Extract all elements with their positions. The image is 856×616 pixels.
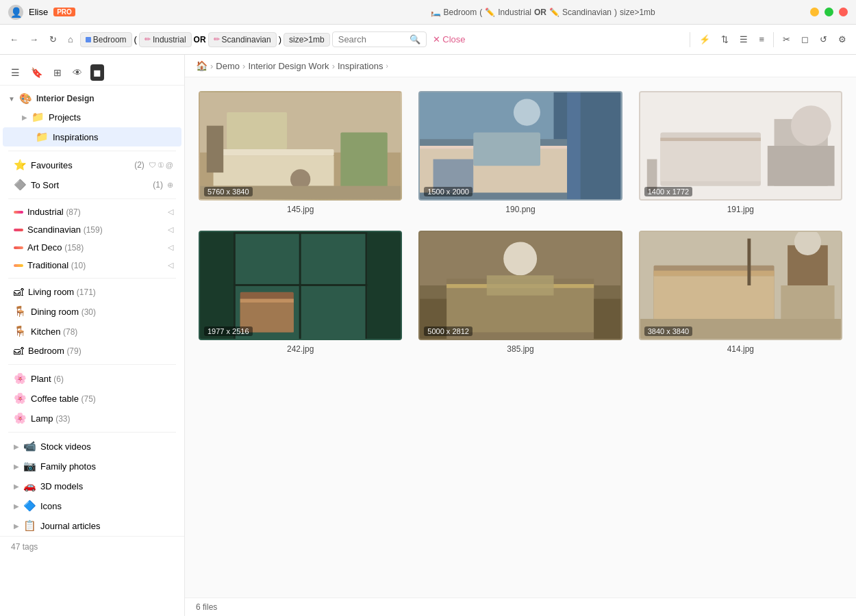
svg-rect-21	[660, 138, 761, 141]
sidebar-bookmark-button[interactable]: 🔖	[28, 64, 45, 81]
breadcrumb-home-icon[interactable]: 🏠	[196, 60, 207, 71]
sidebar-toggle-button[interactable]: ☰	[8, 64, 23, 81]
industrial-filter-pill[interactable]: ✏ Industrial	[139, 32, 192, 47]
breadcrumb-sep-3: ›	[332, 61, 335, 71]
sidebar-item-diningroom[interactable]: 🪑 Dining room (30)	[3, 302, 181, 321]
list-view-button[interactable]: ☰	[735, 31, 752, 47]
sidebar-item-scandinavian[interactable]: Scandinavian (159) ◁	[3, 221, 181, 238]
image-card-1[interactable]: 1500 x 2000 190.png	[418, 91, 622, 214]
sidebar: ☰ 🔖 ⊞ 👁 ◼ ▼ 🎨 Interior Design ▶ 📁 Projec…	[0, 55, 185, 616]
menu-button[interactable]: ≡	[755, 31, 768, 47]
sidebar-item-familyphotos[interactable]: ▶ 📷 Family photos	[3, 457, 181, 476]
image-thumb-5: 3840 x 3840	[639, 231, 842, 340]
maximize-button[interactable]	[824, 8, 833, 16]
bedroom-filter-pill[interactable]: Bedroom	[80, 32, 132, 47]
sidebar-item-projects[interactable]: ▶ 📁 Projects	[3, 107, 181, 127]
breadcrumb-demo[interactable]: Demo	[216, 61, 240, 71]
svg-rect-33	[234, 284, 368, 286]
home-button[interactable]: ⌂	[64, 31, 77, 47]
expand-button[interactable]: ◻	[797, 31, 813, 47]
sidebar-view-button[interactable]: 👁	[70, 64, 85, 81]
svg-rect-3	[214, 156, 334, 186]
sidebar-root-collapse[interactable]: ▼ 🎨 Interior Design	[0, 88, 184, 107]
image-dimensions-4: 5000 x 2812	[424, 326, 473, 336]
stockvideos-label: Stock videos	[40, 441, 173, 452]
kitchen-label: Kitchen (78)	[31, 326, 173, 337]
stockvideos-icon: 📹	[23, 440, 36, 452]
sidebar-item-artdeco[interactable]: Art Deco (158) ◁	[3, 239, 181, 256]
sidebar-item-journalarticles[interactable]: ▶ 📋 Journal articles	[3, 516, 181, 535]
back-button[interactable]: ←	[5, 31, 23, 47]
minimize-button[interactable]	[810, 8, 819, 16]
scandinavian-filter-pill[interactable]: ✏ Scandinavian	[208, 32, 277, 47]
sidebar-item-inspirations[interactable]: 📁 Inspirations	[3, 127, 181, 146]
window-controls[interactable]	[810, 8, 848, 16]
journalarticles-chevron-icon: ▶	[14, 522, 19, 530]
lamp-icon: 🌸	[14, 412, 27, 424]
sidebar-item-kitchen[interactable]: 🪑 Kitchen (78)	[3, 322, 181, 341]
tosort-icon: 🔶	[14, 179, 27, 191]
sort-button[interactable]: ⇅	[717, 31, 733, 47]
breadcrumb-interiordesign[interactable]: Interior Design Work	[248, 61, 329, 71]
coffeetable-label: Coffee table (75)	[31, 394, 173, 404]
sidebar-item-bedroom[interactable]: 🛋 Bedroom (79)	[3, 342, 181, 360]
sidebar-divider-1	[8, 151, 176, 151]
image-card-4[interactable]: 5000 x 2812 385.jpg	[418, 231, 622, 354]
filter-bar: Bedroom ( ✏ Industrial OR ✏ Scandinavian…	[80, 31, 685, 47]
sidebar-divider-3	[8, 278, 176, 279]
projects-chevron-icon: ▶	[22, 114, 27, 121]
image-card-2[interactable]: 1400 x 1772 191.jpg	[639, 91, 842, 214]
interior-design-label: Interior Design	[36, 94, 95, 103]
search-box[interactable]: 🔍	[332, 31, 427, 47]
sidebar-item-tosort[interactable]: 🔶 To Sort (1) ⊕	[3, 175, 181, 194]
scandinavian-pencil-icon: ✏	[214, 35, 220, 44]
image-dimensions-3: 1977 x 2516	[204, 326, 253, 336]
industrial-pencil-icon: ✏	[144, 35, 151, 44]
scissors-button[interactable]: ✂	[779, 31, 794, 47]
image-card-5[interactable]: 3840 x 3840 414.jpg	[639, 231, 842, 354]
main-content: 🏠 › Demo › Interior Design Work › Inspir…	[185, 55, 856, 616]
svg-rect-5	[227, 112, 287, 149]
sidebar-item-industrial[interactable]: Industrial (87) ◁	[3, 203, 181, 220]
image-card-0[interactable]: 5760 x 3840 145.jpg	[199, 91, 402, 214]
sidebar-item-lamp[interactable]: 🌸 Lamp (33)	[3, 409, 181, 428]
toolbar-separator-1	[690, 32, 690, 47]
tosort-count: (1)	[153, 180, 163, 190]
breadcrumb-sep-1: ›	[210, 61, 213, 71]
sidebar-item-coffeetable[interactable]: 🌸 Coffee table (75)	[3, 389, 181, 408]
diningroom-label: Dining room (30)	[31, 307, 173, 317]
sidebar-grid-button[interactable]: ⊞	[51, 64, 64, 81]
history-button[interactable]: ↺	[816, 31, 831, 47]
breadcrumb-inspirations[interactable]: Inspirations	[338, 61, 383, 71]
svg-rect-22	[660, 141, 761, 181]
title-paren1: (	[479, 8, 482, 17]
sidebar-color-button[interactable]: ◼	[90, 64, 104, 81]
scandinavian-tag-label: Scandinavian (159)	[27, 224, 164, 235]
sidebar-item-stockvideos[interactable]: ▶ 📹 Stock videos	[3, 437, 181, 456]
sidebar-item-favourites[interactable]: ⭐ Favourites (2) 🛡 ① @	[3, 155, 181, 175]
image-dimensions-2: 1400 x 1772	[644, 187, 693, 196]
refresh-button[interactable]: ↻	[45, 31, 61, 47]
svg-rect-2	[214, 149, 334, 156]
sidebar-item-icons[interactable]: ▶ 🔷 Icons	[3, 496, 181, 515]
close-button[interactable]	[839, 8, 848, 16]
image-name-0: 145.jpg	[199, 205, 402, 214]
svg-rect-49	[653, 270, 774, 276]
image-card-3[interactable]: 1977 x 2516 242.jpg	[199, 231, 402, 354]
sidebar-item-3dmodels[interactable]: ▶ 🚗 3D models	[3, 476, 181, 496]
size-filter-pill[interactable]: size>1mb	[284, 33, 330, 47]
image-thumb-0: 5760 x 3840	[199, 91, 402, 201]
search-input[interactable]	[338, 34, 407, 44]
close-filter-button[interactable]: ✕ ✕ CloseClose	[429, 31, 470, 47]
scandinavian-filter-label: Scandinavian	[222, 35, 271, 44]
forward-button[interactable]: →	[25, 31, 42, 47]
settings-button[interactable]: ⚙	[834, 31, 851, 47]
lightning-button[interactable]: ⚡	[695, 31, 714, 47]
sidebar-item-plant[interactable]: 🌸 Plant (6)	[3, 369, 181, 388]
lamp-label: Lamp (33)	[31, 413, 173, 424]
pro-badge: PRO	[53, 8, 75, 16]
sidebar-item-livingroom[interactable]: 🛋 Living room (171)	[3, 283, 181, 301]
icons-label: Icons	[40, 501, 173, 511]
3dmodels-icon: 🚗	[23, 480, 36, 492]
sidebar-item-traditional[interactable]: Traditional (10) ◁	[3, 257, 181, 274]
